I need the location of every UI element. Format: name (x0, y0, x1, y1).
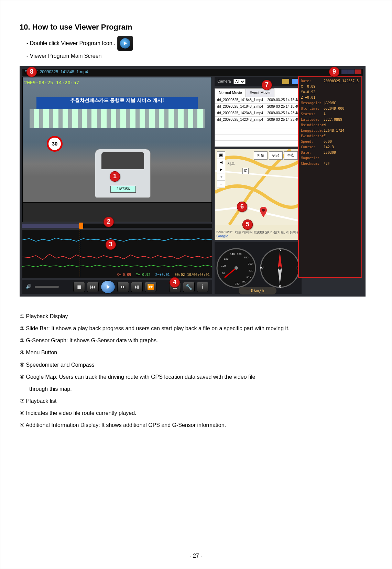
slide-knob[interactable] (79, 223, 83, 229)
map-label-siheung: 시후 (227, 161, 235, 167)
svg-text:120: 120 (224, 257, 229, 260)
map-pin-icon (260, 207, 267, 220)
marker-2: 2 (104, 217, 114, 227)
tab-event-movie[interactable]: Event Movie (246, 88, 274, 97)
zoom-reset-icon[interactable]: ▣ (217, 152, 225, 159)
google-logo: Google (216, 234, 228, 238)
map-type-map[interactable]: 지도 (254, 151, 268, 160)
google-map[interactable]: ▣ ◄ ► ＋ － 지도 위성 중첩 시후 IC (215, 149, 302, 240)
page-number: - 27 - (0, 551, 392, 560)
camera-label: Camera (217, 78, 231, 85)
section-title: 10. How to use Viewer Program (20, 21, 372, 33)
svg-text:100: 100 (221, 264, 226, 267)
svg-text:180: 180 (244, 256, 249, 259)
marker-1: 1 (110, 171, 120, 182)
video-timestamp: 2009-03-25 14:20:57 (24, 79, 79, 86)
arrow-right-icon[interactable]: ► (217, 166, 225, 173)
marker-6: 6 (237, 202, 247, 212)
desc-3: ③ G-Sensor Graph: It shows G-Sensor data… (20, 334, 372, 346)
description-list: ① Playback Display ② Slide Bar: It shows… (20, 310, 372, 431)
speed-readout: 0km/h (239, 287, 276, 294)
prev-button[interactable]: ⏮ (87, 282, 99, 292)
svg-text:160: 160 (237, 253, 242, 256)
volume-icon[interactable]: 🔊 (26, 283, 31, 290)
settings-button[interactable]: 🔧 (183, 282, 195, 292)
slide-bar[interactable] (22, 224, 212, 228)
additional-info-display: Date:20090325_142057_5 X=-0.09 Y=-0.92 Z… (298, 76, 362, 278)
minimize-icon[interactable] (341, 69, 348, 74)
file-row[interactable]: drf_20090325_141848_2.mp42009-03-25 14:1… (215, 104, 301, 110)
playback-list: Normal Movie Event Movie drf_20090325_14… (215, 88, 302, 147)
map-credit: 지도 데이터 ©2009 SK 마을지도, 이용약관 (235, 230, 300, 239)
maximize-icon[interactable] (348, 69, 355, 74)
play-button[interactable] (101, 280, 115, 293)
info-button[interactable]: i (197, 282, 208, 292)
camera-select[interactable]: All (233, 79, 246, 84)
map-type-satellite[interactable]: 위성 (269, 151, 283, 160)
svg-point-4 (262, 209, 265, 212)
gsensor-z: Z=+0.01 (155, 273, 170, 277)
map-label-ic: IC (242, 168, 249, 174)
desc-4: ④ Menu Button (20, 346, 372, 358)
camera-select-bar: Camera All (215, 77, 302, 86)
intro-line-2: - Viewer Program Main Screen (26, 52, 101, 61)
marker-8: 8 (26, 67, 37, 77)
svg-text:W: W (260, 266, 264, 270)
map-zoom-controls[interactable]: ▣ ◄ ► ＋ － (217, 151, 225, 188)
svg-text:280: 280 (235, 282, 240, 285)
speed-limit-sign: 30 (47, 136, 63, 152)
marker-7: 7 (262, 80, 272, 90)
playback-controls: 🔊 ◼ ⏮ ⏭ ⏯ ⏩ ☰ 🔧 i (22, 280, 212, 294)
marker-4: 4 (170, 277, 180, 288)
file-row[interactable]: drf_20090325_142348_1.mp42009-03-25 14:2… (215, 110, 301, 117)
desc-5: ⑤ Speedometer and Compass (20, 359, 372, 371)
open-folder-icon[interactable] (282, 79, 289, 84)
license-plate: 2187356 (110, 186, 136, 193)
gsensor-x: X=-0.09 (117, 273, 131, 277)
svg-marker-0 (124, 42, 127, 45)
svg-text:220: 220 (249, 269, 253, 272)
desc-8: ⑧ Indicates the video file route current… (20, 407, 372, 419)
close-icon[interactable] (355, 69, 361, 74)
svg-point-18 (235, 266, 238, 270)
car-in-front: 2187356 (95, 149, 151, 198)
svg-text:N: N (279, 248, 281, 252)
map-type-hybrid[interactable]: 중첩 (284, 151, 298, 160)
zoom-out-icon[interactable]: － (217, 181, 225, 188)
svg-text:140: 140 (230, 253, 235, 256)
wrench-icon: 🔧 (185, 282, 192, 291)
arrow-left-icon[interactable]: ◄ (217, 159, 225, 166)
volume-slider[interactable] (35, 286, 59, 288)
window-title-bar: Eye drf_20090325_141848_1.mp4 (22, 69, 363, 76)
compass: N S E W (259, 247, 301, 289)
playback-display[interactable]: 2009-03-25 14:20:57 추월차선패스카드 통행료 지불 서비스 … (22, 77, 212, 222)
svg-text:260: 260 (242, 280, 247, 283)
toll-banner: 추월차선패스카드 통행료 지불 서비스 개시! (36, 97, 198, 109)
g-sensor-graph: X=-0.09 Y=-0.92 Z=+0.01 00:02:10/00:05:0… (22, 230, 212, 278)
svg-text:80: 80 (222, 272, 225, 275)
stop-button[interactable]: ◼ (73, 282, 85, 292)
gsensor-y: Y=-0.92 (136, 273, 150, 277)
tab-normal-movie[interactable]: Normal Movie (215, 88, 246, 97)
gsensor-time: 00:02:10/00:05:01 (175, 273, 210, 277)
svg-marker-2 (107, 285, 110, 289)
file-row[interactable]: drf_20090325_142348_2.mp42009-03-25 14:2… (215, 117, 301, 123)
file-row[interactable]: drf_20090325_141848_1.mp42009-03-25 14:1… (215, 97, 301, 104)
save-icon[interactable] (292, 79, 299, 84)
desc-1: ① Playback Display (20, 310, 372, 322)
desc-7: ⑦ Playback list (20, 395, 372, 407)
viewer-screenshot: 8 9 1 2 3 4 5 6 7 Eye drf_20090325_14184… (20, 66, 366, 297)
intro-line-1: - Double click Viewer Program Icon . (26, 39, 115, 48)
svg-text:200: 200 (248, 262, 253, 265)
speedometer-and-compass: 80100120 140160180 200220240 260280 (215, 242, 302, 294)
marker-9: 9 (329, 67, 339, 77)
marker-5: 5 (242, 219, 253, 230)
fast-forward-button[interactable]: ⏩ (145, 282, 156, 292)
marker-3: 3 (106, 239, 116, 250)
step-button[interactable]: ⏯ (131, 282, 143, 292)
viewer-program-icon (117, 36, 133, 51)
desc-9: ⑨ Additional Information Display: It sho… (20, 419, 372, 431)
next-button[interactable]: ⏭ (117, 282, 129, 292)
speedometer: 80100120 140160180 200220240 260280 (216, 247, 257, 289)
zoom-in-icon[interactable]: ＋ (217, 173, 225, 181)
